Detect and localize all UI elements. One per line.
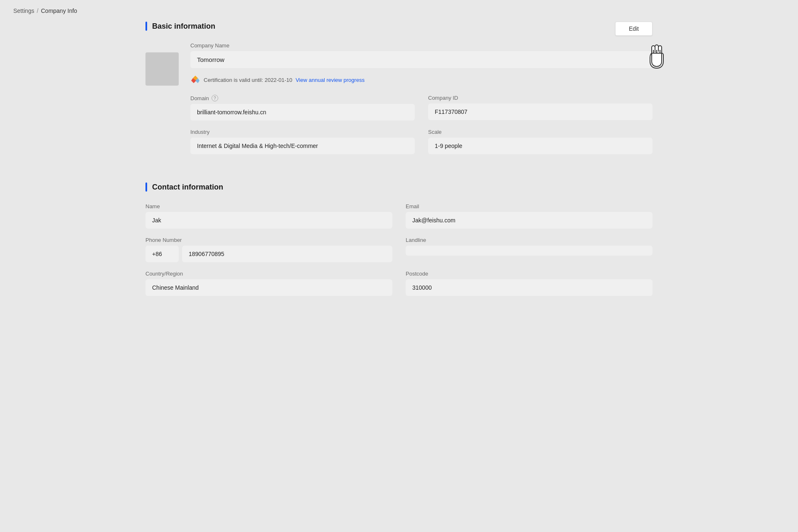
cert-text: Certification is valid until: 2022-01-10 xyxy=(204,77,292,83)
cert-link[interactable]: View annual review progress xyxy=(296,77,365,83)
phone-number: 18906770895 xyxy=(182,246,392,262)
phone-label: Phone Number xyxy=(145,237,392,243)
contact-section-bar xyxy=(145,182,147,192)
name-value: Jak xyxy=(145,212,392,229)
email-value: Jak@feishu.com xyxy=(406,212,653,229)
contact-info-header: Contact information xyxy=(145,182,653,192)
phone-input-row: +86 18906770895 xyxy=(145,246,392,262)
domain-help-icon[interactable]: ? xyxy=(212,95,218,101)
email-label: Email xyxy=(406,203,653,209)
breadcrumb-settings[interactable]: Settings xyxy=(13,7,34,14)
basic-info-body: Company Name Tomorrow Certification is v… xyxy=(145,42,653,163)
industry-group: Industry Internet & Digital Media & High… xyxy=(190,129,415,154)
contact-info-title: Contact information xyxy=(152,183,223,192)
domain-companyid-row: Domain ? brilliant-tomorrow.feishu.cn Co… xyxy=(190,95,653,121)
country-label: Country/Region xyxy=(145,271,392,277)
landline-value xyxy=(406,246,653,256)
industry-scale-row: Industry Internet & Digital Media & High… xyxy=(190,129,653,154)
industry-label: Industry xyxy=(190,129,415,135)
cert-logo-icon xyxy=(190,75,200,85)
company-name-label: Company Name xyxy=(190,42,653,49)
email-group: Email Jak@feishu.com xyxy=(406,203,653,229)
phone-group: Phone Number +86 18906770895 xyxy=(145,237,392,262)
company-id-value: F117370807 xyxy=(428,103,653,120)
company-id-group: Company ID F117370807 xyxy=(428,95,653,121)
scale-value: 1-9 people xyxy=(428,138,653,154)
section-bar xyxy=(145,22,147,31)
basic-form-section: Company Name Tomorrow Certification is v… xyxy=(190,42,653,163)
company-name-value: Tomorrow xyxy=(190,51,653,68)
cert-row: Certification is valid until: 2022-01-10… xyxy=(190,75,653,85)
basic-info-section: Basic information Company Name Tomorrow xyxy=(145,22,653,163)
name-group: Name Jak xyxy=(145,203,392,229)
scale-group: Scale 1-9 people xyxy=(428,129,653,154)
country-group: Country/Region Chinese Mainland xyxy=(145,271,392,296)
contact-info-section: Contact information Name Jak Email Jak@f… xyxy=(145,182,653,296)
domain-group: Domain ? brilliant-tomorrow.feishu.cn xyxy=(190,95,415,121)
company-logo xyxy=(145,52,179,86)
postcode-group: Postcode 310000 xyxy=(406,271,653,296)
content-area: Edit Basic information C xyxy=(121,22,677,341)
scale-label: Scale xyxy=(428,129,653,135)
domain-label: Domain ? xyxy=(190,95,415,101)
edit-button[interactable]: Edit xyxy=(615,22,653,36)
industry-value: Internet & Digital Media & High-tech/E-c… xyxy=(190,138,415,154)
postcode-value: 310000 xyxy=(406,279,653,296)
name-label: Name xyxy=(145,203,392,209)
basic-info-title: Basic information xyxy=(152,22,215,31)
company-name-group: Company Name Tomorrow xyxy=(190,42,653,68)
landline-group: Landline xyxy=(406,237,653,262)
domain-value: brilliant-tomorrow.feishu.cn xyxy=(190,104,415,121)
postcode-label: Postcode xyxy=(406,271,653,277)
company-id-label: Company ID xyxy=(428,95,653,101)
country-value: Chinese Mainland xyxy=(145,279,392,296)
country-postcode-row: Country/Region Chinese Mainland Postcode… xyxy=(145,271,653,296)
landline-label: Landline xyxy=(406,237,653,243)
breadcrumb-separator: / xyxy=(37,7,39,14)
phone-prefix: +86 xyxy=(145,246,179,262)
basic-info-header: Basic information xyxy=(145,22,653,31)
name-email-row: Name Jak Email Jak@feishu.com xyxy=(145,203,653,229)
phone-landline-row: Phone Number +86 18906770895 Landline xyxy=(145,237,653,262)
breadcrumb-current: Company Info xyxy=(41,7,77,14)
breadcrumb: Settings / Company Info xyxy=(0,0,798,22)
